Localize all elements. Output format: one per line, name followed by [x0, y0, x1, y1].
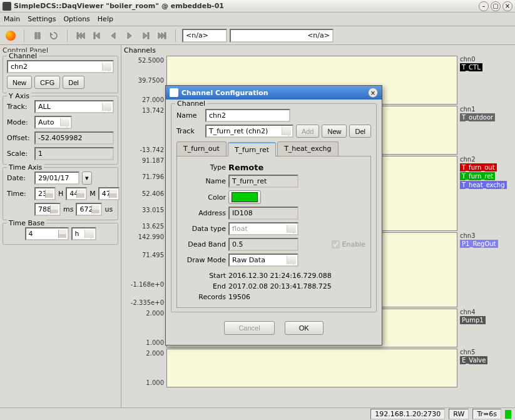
- yaxis-mode-select[interactable]: Auto: [34, 116, 72, 129]
- pause-icon: [33, 31, 42, 40]
- record-icon: [6, 31, 16, 41]
- tab-t-furn-ret[interactable]: T_furn_ret: [228, 142, 276, 156]
- track-datatype-select: float: [228, 222, 298, 235]
- dialog-track-select[interactable]: T_furn_ret (chn2): [205, 125, 293, 138]
- menu-main[interactable]: Main: [4, 15, 20, 23]
- menu-settings[interactable]: Settings: [28, 15, 56, 23]
- timebase-value-field[interactable]: 4: [25, 227, 69, 240]
- dialog-new-button[interactable]: New: [322, 125, 347, 138]
- time-hour-field[interactable]: 23: [34, 187, 56, 200]
- pause-button[interactable]: [31, 29, 44, 43]
- yaxis-offset-field: -52.4059982: [34, 131, 114, 145]
- ylabels: 91.18771.79652.40633.01513.625: [124, 156, 166, 231]
- channel-tag: T_CTL: [460, 63, 482, 71]
- time-us-field[interactable]: 672: [76, 203, 102, 216]
- channel-tag: P1_RegOut: [460, 240, 498, 248]
- channel-tag: T_furn_out: [460, 163, 497, 172]
- dialog-ok-button[interactable]: OK: [285, 321, 324, 335]
- maximize-button[interactable]: ▢: [491, 1, 501, 11]
- channel-name: chn0: [460, 56, 512, 63]
- dialog-tabpane: TypeRemote NameT_furn_ret Color AddressI…: [176, 156, 371, 308]
- track-drawmode-select[interactable]: Raw Data: [228, 254, 298, 267]
- tab-t-heat-exchg[interactable]: T_heat_exchg: [277, 141, 338, 156]
- plot-area[interactable]: [166, 349, 457, 387]
- window-titlebar: SimpleDCS::DaqViewer "boiler_room" @ emb…: [0, 0, 515, 13]
- legend: chn0T_CTL: [457, 56, 512, 105]
- status-rw: RW: [449, 409, 469, 419]
- prev-button[interactable]: [90, 29, 104, 43]
- time-ms-field[interactable]: 788: [34, 203, 61, 216]
- yaxis-scale-field: 1: [34, 147, 114, 160]
- next-button[interactable]: [139, 29, 153, 43]
- ylabels: 52.500039.750027.000: [124, 56, 166, 105]
- ylabels: 2.0001.000: [124, 349, 166, 387]
- legend: chn1T_outdoor: [457, 106, 512, 155]
- channel-tag: T_heat_exchg: [460, 181, 507, 189]
- channels-title: Channels: [124, 46, 512, 54]
- time-min-field[interactable]: 44: [66, 187, 87, 200]
- track-records-value: 19506: [228, 293, 250, 301]
- svg-rect-1: [38, 33, 40, 39]
- yaxis-fieldset: Y Axis Track:ALL Mode:Auto Offset:-52.40…: [3, 96, 118, 165]
- tab-t-furn-out[interactable]: T_furn_out: [176, 141, 227, 156]
- statusbar: 192.168.1.20:2730 RW Tr=6s: [0, 407, 515, 420]
- dialog-channel-fieldset: Channel Name chn2 Track T_furn_ret (chn2…: [171, 103, 377, 312]
- timeaxis-fieldset: Time Axis Date:29/01/17▾ Time: 23H 44M 4…: [3, 167, 118, 220]
- svg-rect-3: [94, 33, 95, 39]
- toolbar-field-2[interactable]: <n/a>: [230, 29, 334, 43]
- chart-row-chn5: 2.0001.000chn5E_Valve: [124, 349, 512, 387]
- channel-name: chn4: [460, 309, 512, 315]
- menu-help[interactable]: Help: [98, 15, 113, 23]
- ylabels: 142.99071.495-1.168e+0-2.335e+0: [124, 232, 166, 307]
- skip-start-icon: [76, 31, 85, 40]
- toolbar: <n/a> <n/a>: [0, 26, 515, 45]
- legend: chn2T_furn_outT_furn_retT_heat_exchg: [457, 156, 512, 231]
- yaxis-track-select[interactable]: ALL: [34, 100, 114, 113]
- play-button[interactable]: [123, 29, 136, 43]
- channel-select[interactable]: chn2: [7, 60, 114, 73]
- record-button[interactable]: [4, 29, 18, 43]
- track-type-value: Remote: [228, 163, 263, 172]
- minimize-button[interactable]: –: [479, 1, 489, 11]
- close-button[interactable]: ×: [502, 1, 512, 11]
- channel-del-button[interactable]: Del: [63, 76, 84, 89]
- dialog-name-field[interactable]: chn2: [205, 109, 290, 122]
- dialog-close-button[interactable]: ×: [368, 88, 378, 98]
- channel-new-button[interactable]: New: [7, 76, 32, 89]
- channel-tag: T_furn_ret: [460, 172, 495, 180]
- channel-tag: E_Valve: [460, 356, 487, 364]
- menubar: Main Settings Options Help: [0, 13, 515, 26]
- reload-button[interactable]: [47, 29, 61, 43]
- timebase-unit-select[interactable]: h: [71, 227, 96, 240]
- track-color-button[interactable]: [228, 190, 261, 204]
- channel-cfg-button[interactable]: CFG: [34, 76, 60, 89]
- color-swatch-icon: [232, 192, 258, 202]
- skip-end-button[interactable]: [155, 29, 169, 43]
- date-picker-button[interactable]: ▾: [82, 172, 92, 185]
- dialog-del-button[interactable]: Del: [349, 125, 371, 138]
- timebase-fieldset: Time Base 4 h: [3, 223, 118, 245]
- ylabels: 13.742-13.742: [124, 106, 166, 155]
- track-deadband-field: 0.5: [228, 238, 298, 251]
- dialog-cancel-button: Cancel: [224, 321, 274, 335]
- toolbar-field-1[interactable]: <n/a>: [182, 29, 227, 43]
- play-icon: [125, 31, 134, 40]
- menu-options[interactable]: Options: [63, 15, 89, 23]
- channel-name: chn1: [460, 106, 512, 113]
- skip-start-button[interactable]: [74, 29, 88, 43]
- channel-name: chn5: [460, 349, 512, 356]
- dialog-titlebar[interactable]: Channel Configuration ×: [166, 86, 382, 100]
- legend: chn4Pump1: [457, 309, 512, 347]
- time-sec-field[interactable]: 47: [98, 187, 120, 200]
- svg-rect-0: [35, 33, 37, 39]
- legend: chn5E_Valve: [457, 349, 512, 387]
- dialog-title: Channel Configuration: [181, 89, 268, 97]
- step-back-button[interactable]: [106, 29, 120, 43]
- date-field[interactable]: 29/01/17: [34, 172, 79, 185]
- status-led-icon: [505, 410, 511, 419]
- ylabels: 2.0001.000: [124, 309, 166, 347]
- track-start-value: 2016.12.30 21:24:16.729.088: [228, 272, 332, 280]
- next-icon: [141, 31, 150, 40]
- legend: chn3P1_RegOut: [457, 232, 512, 307]
- channel-tag: T_outdoor: [460, 113, 495, 121]
